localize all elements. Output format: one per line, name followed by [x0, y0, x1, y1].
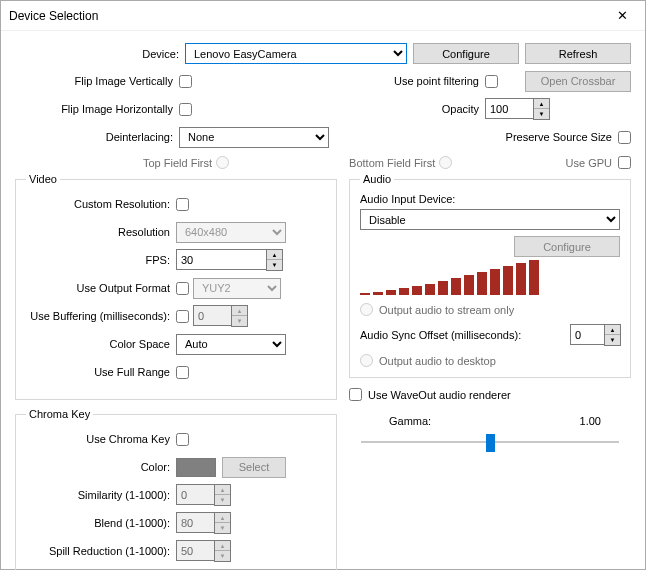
point-filtering-label: Use point filtering — [381, 75, 485, 87]
chevron-down-icon: ▼ — [215, 523, 230, 533]
top-field-radio — [216, 156, 229, 169]
open-crossbar-button: Open Crossbar — [525, 71, 631, 92]
video-legend: Video — [26, 173, 60, 185]
blend-spinner: ▲▼ — [176, 512, 231, 534]
buffering-input — [193, 305, 231, 326]
flip-horizontal-label: Flip Image Horizontally — [15, 103, 179, 115]
spill-label: Spill Reduction (1-1000): — [26, 545, 176, 557]
use-gpu-label: Use GPU — [566, 157, 612, 169]
titlebar: Device Selection ✕ — [1, 1, 645, 31]
buffering-spinner: ▲▼ — [193, 305, 248, 327]
flip-horizontal-checkbox[interactable] — [179, 103, 192, 116]
blend-input — [176, 512, 214, 533]
use-chroma-checkbox[interactable] — [176, 433, 189, 446]
preserve-size-checkbox[interactable] — [618, 131, 631, 144]
sync-input[interactable] — [570, 324, 604, 345]
buffering-checkbox[interactable] — [176, 310, 189, 323]
chevron-down-icon[interactable]: ▼ — [534, 109, 549, 119]
stream-only-radio — [360, 303, 373, 316]
buffering-label: Use Buffering (milliseconds): — [26, 310, 176, 322]
chevron-down-icon: ▼ — [232, 316, 247, 326]
opacity-spinner[interactable]: ▲▼ — [485, 98, 550, 120]
chevron-down-icon: ▼ — [215, 551, 230, 561]
resolution-select: 640x480 — [176, 222, 286, 243]
stream-only-label: Output audio to stream only — [379, 304, 514, 316]
audio-configure-button: Configure — [514, 236, 620, 257]
preserve-size-label: Preserve Source Size — [506, 131, 612, 143]
output-format-label: Use Output Format — [26, 282, 176, 294]
chevron-up-icon: ▲ — [232, 306, 247, 316]
audio-input-select[interactable]: Disable — [360, 209, 620, 230]
similarity-spinner: ▲▼ — [176, 484, 231, 506]
deinterlacing-select[interactable]: None — [179, 127, 329, 148]
chroma-color-swatch — [176, 458, 216, 477]
chevron-up-icon: ▲ — [215, 513, 230, 523]
waveout-label: Use WaveOut audio renderer — [368, 389, 511, 401]
output-format-select: YUY2 — [193, 278, 281, 299]
desktop-radio — [360, 354, 373, 367]
configure-button[interactable]: Configure — [413, 43, 519, 64]
similarity-label: Similarity (1-1000): — [26, 489, 176, 501]
use-gpu-checkbox[interactable] — [618, 156, 631, 169]
use-chroma-label: Use Chroma Key — [26, 433, 176, 445]
chevron-down-icon[interactable]: ▼ — [267, 260, 282, 270]
opacity-input[interactable] — [485, 98, 533, 119]
close-icon[interactable]: ✕ — [600, 1, 645, 31]
refresh-button[interactable]: Refresh — [525, 43, 631, 64]
chevron-down-icon: ▼ — [215, 495, 230, 505]
custom-res-checkbox[interactable] — [176, 198, 189, 211]
full-range-label: Use Full Range — [26, 366, 176, 378]
chevron-up-icon[interactable]: ▲ — [605, 325, 620, 335]
full-range-checkbox[interactable] — [176, 366, 189, 379]
video-group: Video Custom Resolution: Resolution640x4… — [15, 173, 337, 400]
sync-label: Audio Sync Offset (milliseconds): — [360, 329, 564, 341]
bottom-field-radio — [439, 156, 452, 169]
device-label: Device: — [15, 48, 179, 60]
similarity-input — [176, 484, 214, 505]
point-filtering-checkbox[interactable] — [485, 75, 498, 88]
color-space-label: Color Space — [26, 338, 176, 350]
flip-vertical-label: Flip Image Vertically — [15, 75, 179, 87]
chroma-key-group: Chroma Key Use Chroma Key Color:Select S… — [15, 408, 337, 570]
audio-legend: Audio — [360, 173, 394, 185]
gamma-slider[interactable] — [361, 431, 619, 453]
window-title: Device Selection — [9, 9, 98, 23]
output-format-checkbox[interactable] — [176, 282, 189, 295]
audio-group: Audio Audio Input Device: Disable Config… — [349, 173, 631, 378]
resolution-label: Resolution — [26, 226, 176, 238]
gamma-value: 1.00 — [580, 415, 601, 427]
chevron-up-icon[interactable]: ▲ — [534, 99, 549, 109]
color-space-select[interactable]: Auto — [176, 334, 286, 355]
chroma-legend: Chroma Key — [26, 408, 93, 420]
custom-res-label: Custom Resolution: — [26, 198, 176, 210]
device-selection-dialog: Device Selection ✕ Device: Lenovo EasyCa… — [0, 0, 646, 570]
flip-vertical-checkbox[interactable] — [179, 75, 192, 88]
blend-label: Blend (1-1000): — [26, 517, 176, 529]
fps-spinner[interactable]: ▲▼ — [176, 249, 283, 271]
chevron-up-icon: ▲ — [215, 541, 230, 551]
fps-label: FPS: — [26, 254, 176, 266]
fps-input[interactable] — [176, 249, 266, 270]
gamma-control: Gamma:1.00 — [349, 415, 631, 453]
chevron-up-icon: ▲ — [215, 485, 230, 495]
spill-input — [176, 540, 214, 561]
chevron-up-icon[interactable]: ▲ — [267, 250, 282, 260]
sync-spinner[interactable]: ▲▼ — [570, 324, 620, 346]
bottom-field-label: Bottom Field First — [349, 157, 435, 169]
device-select[interactable]: Lenovo EasyCamera — [185, 43, 407, 64]
spill-spinner: ▲▼ — [176, 540, 231, 562]
opacity-label: Opacity — [381, 103, 485, 115]
slider-thumb[interactable] — [486, 434, 495, 452]
deinterlacing-label: Deinterlacing: — [15, 131, 179, 143]
desktop-label: Output audio to desktop — [379, 355, 496, 367]
audio-level-meter — [360, 260, 620, 295]
gamma-label: Gamma: — [389, 415, 431, 427]
top-field-label: Top Field First — [143, 157, 212, 169]
waveout-checkbox[interactable] — [349, 388, 362, 401]
chroma-color-label: Color: — [26, 461, 176, 473]
chevron-down-icon[interactable]: ▼ — [605, 335, 620, 345]
audio-input-label: Audio Input Device: — [360, 193, 620, 205]
chroma-select-button: Select — [222, 457, 286, 478]
